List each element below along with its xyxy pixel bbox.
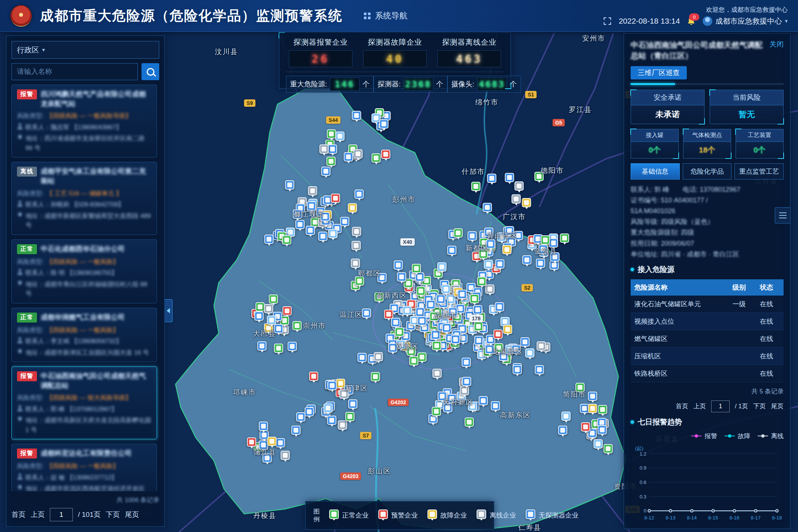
map-marker[interactable]	[581, 422, 590, 432]
map-marker[interactable]	[269, 294, 278, 304]
map-marker[interactable]	[535, 365, 544, 374]
map-marker[interactable]	[391, 318, 400, 327]
detail-last-page[interactable]: 尾页	[771, 402, 784, 410]
map-marker[interactable]	[395, 327, 404, 337]
notifications-button[interactable]: 0	[687, 17, 695, 25]
map-marker[interactable]	[274, 324, 283, 333]
map-marker[interactable]	[327, 416, 337, 425]
map-marker[interactable]	[375, 292, 384, 301]
map-marker[interactable]	[521, 337, 530, 347]
map-marker[interactable]	[560, 233, 569, 243]
map-marker[interactable]	[379, 119, 389, 129]
map-marker[interactable]	[276, 438, 285, 447]
collapse-sidebar-handle[interactable]	[165, 299, 173, 322]
region-select[interactable]: 行政区 ▾	[11, 41, 159, 59]
3d-tour-button[interactable]: 三维厂区巡查	[631, 66, 687, 79]
map-marker[interactable]	[264, 304, 273, 313]
map-marker[interactable]	[259, 422, 268, 431]
trend-legend-item[interactable]: 离线	[758, 432, 784, 440]
detail-tab[interactable]: 基础信息	[631, 163, 680, 180]
map-marker[interactable]	[355, 276, 364, 286]
map-marker[interactable]	[505, 173, 514, 182]
map-marker[interactable]	[537, 341, 546, 351]
map-marker[interactable]	[352, 111, 361, 120]
hazard-row[interactable]: 压缩机区 在线	[631, 347, 784, 365]
map-marker[interactable]	[451, 335, 460, 344]
map-marker[interactable]	[308, 186, 317, 195]
page-number-input[interactable]	[50, 508, 73, 521]
map-marker[interactable]	[535, 172, 544, 181]
expand-info-button[interactable]	[775, 207, 791, 224]
map-marker[interactable]	[394, 260, 403, 270]
map-marker[interactable]	[432, 407, 441, 416]
map-marker[interactable]	[306, 226, 315, 235]
map-marker[interactable]	[442, 323, 451, 332]
map-marker[interactable]	[340, 389, 349, 399]
map-marker[interactable]	[328, 144, 337, 154]
company-card[interactable]: 正常 成都华润燃气工业有限公司 风险类型: 【四级风险 — 一般风险】 联系人：…	[11, 308, 157, 362]
map-marker[interactable]	[598, 425, 607, 434]
map-marker[interactable]	[431, 330, 440, 340]
company-card[interactable]: 正常 中石化成都西华石油分公司 风险类型: 【四级风险 — 一般风险】 联系人：…	[11, 239, 157, 303]
map-marker[interactable]	[549, 238, 558, 248]
map-marker[interactable]	[324, 403, 333, 413]
map-marker[interactable]	[352, 241, 361, 250]
map-marker[interactable]	[293, 209, 302, 219]
detail-first-page[interactable]: 首页	[676, 402, 688, 410]
map-marker[interactable]	[340, 217, 349, 226]
map-marker[interactable]	[412, 264, 421, 273]
map-marker[interactable]	[338, 420, 347, 430]
map-marker[interactable]	[503, 325, 512, 334]
map-marker[interactable]	[505, 226, 514, 235]
map-marker[interactable]	[335, 132, 345, 141]
map-marker[interactable]	[513, 365, 522, 374]
map-marker[interactable]	[443, 403, 453, 412]
hazard-row[interactable]: 视频接入点位 在线	[631, 313, 784, 330]
map-marker[interactable]	[449, 307, 458, 317]
map-marker[interactable]	[265, 235, 274, 244]
map-marker[interactable]	[388, 343, 398, 352]
user-menu[interactable]: 成都市应急救援中心 ▾	[703, 16, 788, 26]
search-input[interactable]	[11, 63, 138, 80]
map-marker[interactable]	[576, 383, 585, 392]
map-marker[interactable]	[318, 232, 328, 241]
hazard-row[interactable]: 燃气储罐区 在线	[631, 330, 784, 347]
map-marker[interactable]	[327, 129, 336, 139]
map-marker[interactable]	[288, 342, 297, 351]
map-marker[interactable]	[282, 235, 291, 245]
detail-next-page[interactable]: 下页	[753, 402, 766, 410]
map-marker[interactable]	[263, 453, 272, 463]
map-marker[interactable]	[462, 377, 471, 386]
map-marker[interactable]	[293, 321, 302, 330]
map-marker[interactable]	[550, 252, 560, 262]
trend-legend-item[interactable]: 故障	[724, 432, 750, 440]
map-marker[interactable]	[562, 412, 571, 421]
map-marker[interactable]	[291, 426, 301, 435]
map-marker[interactable]	[494, 343, 504, 352]
map-marker[interactable]	[484, 260, 493, 269]
map-marker[interactable]	[358, 353, 367, 362]
map-marker[interactable]	[384, 310, 393, 319]
last-page-button[interactable]: 尾页	[125, 510, 139, 519]
map-marker[interactable]	[541, 235, 550, 245]
map-marker[interactable]	[447, 246, 457, 255]
map-marker[interactable]	[432, 341, 441, 350]
map-marker[interactable]	[522, 255, 532, 265]
map-marker[interactable]	[479, 396, 488, 405]
map-marker[interactable]	[468, 231, 477, 241]
map-marker[interactable]	[558, 426, 567, 435]
map-marker[interactable]	[397, 272, 406, 282]
map-marker[interactable]	[598, 405, 607, 414]
detail-tab[interactable]: 重点监管工艺	[734, 163, 784, 180]
map-marker[interactable]	[255, 311, 264, 321]
trend-legend-item[interactable]: 报警	[691, 432, 717, 440]
company-card[interactable]: 报警 中石油西南油气田公司成都天然气调配总站 风险类型: 【四级风险 — 较大风…	[11, 366, 157, 439]
map-marker[interactable]	[258, 341, 267, 351]
map-marker[interactable]	[494, 330, 503, 339]
map-marker[interactable]	[296, 412, 306, 422]
map-marker[interactable]	[267, 316, 276, 325]
map-marker[interactable]	[491, 401, 500, 410]
first-page-button[interactable]: 首页	[11, 510, 25, 519]
map-marker[interactable]	[438, 392, 447, 401]
map-marker[interactable]	[355, 190, 364, 199]
